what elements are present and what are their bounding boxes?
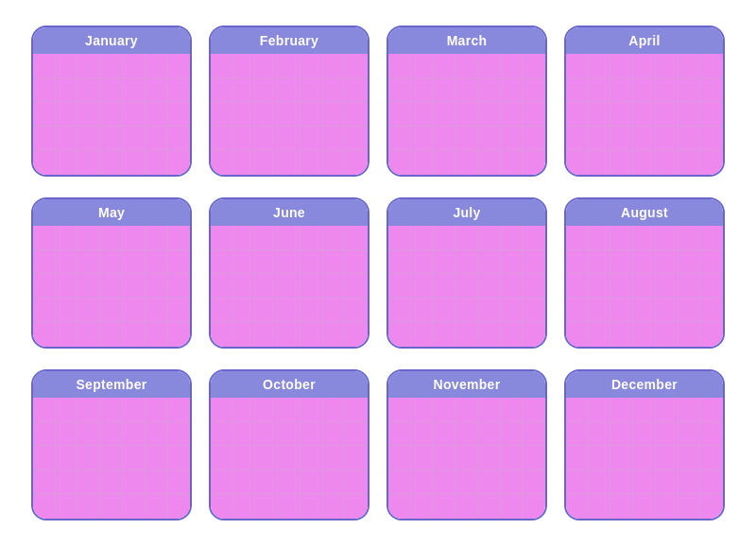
calendar-cell [566,494,589,519]
calendar-cell [100,322,123,347]
calendar-cell [146,494,168,519]
calendar-cell [523,422,545,447]
calendar-cell [679,102,701,127]
calendar-cell [233,494,256,519]
month-body-august [566,226,723,347]
calendar-cell [323,250,346,275]
calendar-cell [700,127,723,151]
calendar-cell [478,422,501,447]
month-card-october: October [209,369,369,520]
calendar-cell [56,446,78,470]
calendar-cell [255,78,278,103]
calendar-cell [656,494,679,519]
calendar-cell [278,274,301,299]
calendar-cell [345,127,368,151]
calendar-cell [123,422,146,447]
calendar-cell [411,78,434,103]
calendar-cell [211,398,233,422]
calendar-cell [523,150,545,175]
calendar-cell [77,470,100,495]
calendar-cell [656,322,679,347]
calendar-cell [77,422,100,447]
calendar-cell [211,102,233,127]
calendar-cell [411,398,434,422]
calendar-cell [255,322,278,347]
month-card-january: January [31,26,192,177]
calendar-cell [278,150,301,175]
calendar-cell [478,274,501,299]
calendar-cell [33,127,56,151]
calendar-cell [478,250,501,275]
calendar-cell [301,299,323,323]
month-header-august: August [566,199,723,226]
calendar-cell [123,250,146,275]
calendar-cell [589,226,611,250]
calendar-cell [123,446,146,470]
calendar-cell [211,226,233,250]
calendar-cell [33,322,56,347]
calendar-cell [278,422,301,447]
calendar-cell [610,250,633,275]
annual-calendar: JanuaryFebruaryMarchAprilMayJuneJulyAugu… [12,7,744,539]
calendar-cell [233,226,256,250]
calendar-cell [33,494,56,519]
calendar-cell [211,250,233,275]
calendar-cell [700,494,723,519]
calendar-cell [233,54,256,78]
calendar-cell [323,446,346,470]
calendar-cell [610,54,633,78]
calendar-cell [100,422,123,447]
calendar-cell [455,446,478,470]
calendar-cell [656,422,679,447]
calendar-cell [233,78,256,103]
calendar-cell [501,322,524,347]
calendar-cell [345,274,368,299]
calendar-cell [523,250,545,275]
calendar-cell [167,274,190,299]
calendar-cell [589,494,611,519]
calendar-cell [345,78,368,103]
calendar-cell [100,470,123,495]
month-body-october [211,398,368,519]
calendar-cell [566,446,589,470]
calendar-cell [679,470,701,495]
calendar-cell [100,226,123,250]
calendar-cell [411,446,434,470]
calendar-cell [566,54,589,78]
calendar-cell [323,78,346,103]
calendar-cell [146,398,168,422]
calendar-cell [167,299,190,323]
calendar-cell [77,446,100,470]
calendar-cell [301,54,323,78]
calendar-cell [656,78,679,103]
calendar-cell [478,398,501,422]
calendar-cell [301,150,323,175]
calendar-cell [345,299,368,323]
calendar-cell [679,250,701,275]
calendar-cell [255,494,278,519]
calendar-cell [211,54,233,78]
month-header-october: October [211,371,368,398]
calendar-cell [233,274,256,299]
calendar-cell [455,102,478,127]
calendar-cell [656,274,679,299]
month-card-december: December [564,369,725,520]
calendar-cell [478,54,501,78]
calendar-cell [455,250,478,275]
calendar-cell [589,322,611,347]
calendar-cell [301,78,323,103]
calendar-cell [388,102,411,127]
calendar-cell [146,322,168,347]
calendar-cell [411,470,434,495]
calendar-cell [77,322,100,347]
calendar-cell [323,150,346,175]
calendar-cell [411,299,434,323]
calendar-cell [255,422,278,447]
calendar-cell [233,398,256,422]
month-card-may: May [31,197,192,349]
calendar-cell [323,494,346,519]
calendar-cell [211,127,233,151]
calendar-cell [656,398,679,422]
calendar-cell [501,78,524,103]
calendar-cell [345,470,368,495]
